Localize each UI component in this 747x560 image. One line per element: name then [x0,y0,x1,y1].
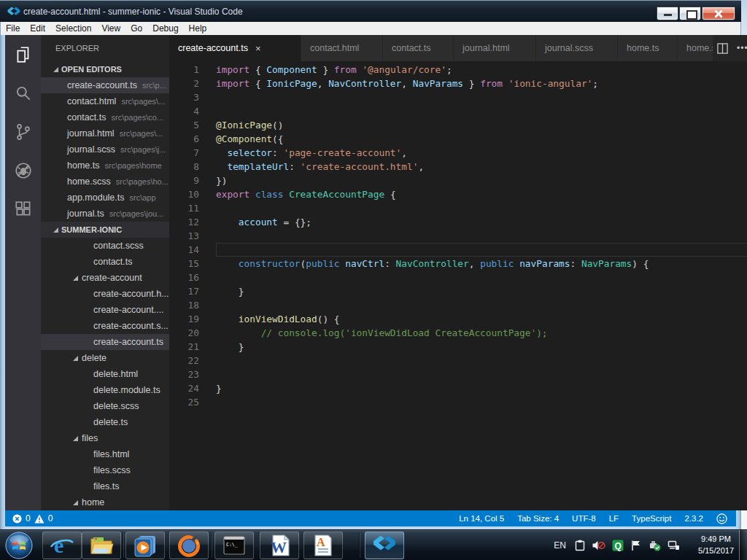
code-line-25: 25 [169,395,747,409]
tree-item-delete-ts[interactable]: delete.ts [41,414,169,430]
status-typescript[interactable]: TypeScript [632,514,671,523]
taskbar-windows-explorer[interactable] [82,532,121,559]
safely-remove-hardware-icon[interactable] [649,540,661,551]
errors-icon[interactable] [12,514,22,524]
warnings-icon[interactable] [34,514,44,524]
tree-item-files-html[interactable]: files.html [41,446,169,462]
tree-item-create-account[interactable]: create-account [41,270,169,286]
code-line-17: 17 } [169,284,747,298]
status-ln-14-col-5[interactable]: Ln 14, Col 5 [459,514,504,523]
tree-item-delete-html[interactable]: delete.html [41,366,169,382]
open-editor-home.ts[interactable]: home.tssrc\pages\home [41,158,169,174]
debug-icon[interactable] [5,151,41,190]
split-editor-icon[interactable] [717,43,728,54]
show-desktop-button[interactable] [739,530,747,560]
tree-item-create-account-ts[interactable]: create-account.ts [41,334,169,350]
extensions-icon[interactable] [5,190,41,228]
menu-file[interactable]: File [1,23,25,34]
menu-view[interactable]: View [96,23,125,34]
tree-item-home[interactable]: home [41,494,169,510]
tree-item-create-account----[interactable]: create-account.... [41,302,169,318]
menu-edit[interactable]: Edit [25,23,50,34]
open-editor-contact.html[interactable]: contact.htmlsrc\pages\... [41,93,169,109]
feedback-smiley-icon[interactable] [716,513,727,524]
tree-item-create-account-s---[interactable]: create-account.s... [41,318,169,334]
title-bar[interactable]: create-account.html - summer-ionic - Vis… [0,0,741,22]
open-editor-contact.ts[interactable]: contact.tssrc\pages\co... [41,109,169,125]
editor-area: create-account.ts×contact.htmlcontact.ts… [169,35,747,510]
close-button[interactable] [702,7,735,20]
explorer-icon[interactable] [5,35,41,74]
taskbar-media-player[interactable] [125,532,165,559]
tree-item-contact-ts[interactable]: contact.ts [41,254,169,270]
open-editor-journal.scss[interactable]: journal.scsssrc\pages\j... [41,141,169,158]
code-line-21: 21 } [169,340,747,354]
code-line-23: 23 [169,368,747,381]
taskbar-wordpad[interactable]: A [303,532,343,559]
vscode-taskbar-icon [373,534,396,557]
tab-journal.scss[interactable]: journal.scss [536,35,618,61]
taskbar-command-prompt[interactable]: C:\_ [214,532,254,559]
source-control-icon[interactable] [5,112,41,151]
taskbar-internet-explorer[interactable]: e [42,532,82,559]
code-line-13: 13 [169,229,747,243]
open-editor-journal.html[interactable]: journal.htmlsrc\pages\... [41,125,169,141]
firefox-icon [177,533,201,558]
network-icon[interactable] [667,540,680,551]
tab-close-icon[interactable]: × [255,43,261,54]
clipboard-icon[interactable] [574,540,586,551]
vscode-logo-icon [7,6,20,19]
tree-item-create-account-h---[interactable]: create-account.h... [41,286,169,302]
tree-item-files-scss[interactable]: files.scss [41,462,169,478]
menu-debug[interactable]: Debug [147,23,183,34]
menu-selection[interactable]: Selection [50,23,96,34]
code-line-22: 22 [169,354,747,368]
taskbar-word[interactable]: W [260,532,299,559]
sidebar-title: EXPLORER [41,35,169,61]
menu-help[interactable]: Help [184,23,212,34]
status-2-3-2[interactable]: 2.3.2 [684,514,703,523]
start-button[interactable] [4,531,34,560]
tab-contact.html[interactable]: contact.html [301,35,383,61]
tab-home.ts[interactable]: home.ts [618,35,678,61]
taskbar-clock[interactable]: 9:49 PM 5/15/2017 [698,533,734,556]
tab-actions: ••• [713,35,747,61]
project-header[interactable]: SUMMER-IONIC [41,222,169,238]
q-app-icon[interactable]: Q [612,540,624,551]
tree-item-files-ts[interactable]: files.ts [41,478,169,494]
volume-muted-icon[interactable] [592,540,605,551]
taskbar-firefox[interactable] [169,532,209,559]
code-line-9: 9}) [169,174,747,187]
language-indicator[interactable]: EN [554,540,566,551]
code-editor[interactable]: 1import { Component } from '@angular/cor… [169,61,747,510]
taskbar-vscode[interactable] [365,532,404,559]
restore-button[interactable] [679,7,701,20]
status-tab-size-4[interactable]: Tab Size: 4 [517,514,559,523]
status-utf-8[interactable]: UTF-8 [572,514,596,523]
tab-create-account.ts[interactable]: create-account.ts× [169,35,301,61]
code-line-10: 10export class CreateAccountPage { [169,187,747,201]
more-actions-icon[interactable]: ••• [737,43,747,53]
tab-journal.html[interactable]: journal.html [454,35,536,61]
search-icon[interactable] [5,74,41,112]
word-icon: W [267,533,292,558]
code-line-12: 12 account = {}; [169,215,747,229]
media-player-icon [133,533,158,558]
code-line-7: 7 selector: 'page-create-account', [169,146,747,160]
open-editor-app.module.ts[interactable]: app.module.tssrc\app [41,190,169,206]
tree-item-delete-module-ts[interactable]: delete.module.ts [41,382,169,398]
tree-item-contact-scss[interactable]: contact.scss [41,238,169,254]
open-editor-create-account.ts[interactable]: create-account.tssrc\p... [41,77,169,93]
svg-text:W: W [271,538,287,556]
action-center-flag-icon[interactable] [630,540,642,551]
open-editor-home.scss[interactable]: home.scsssrc\pages\ho... [41,174,169,190]
minimize-button[interactable] [657,7,678,20]
tree-item-delete[interactable]: delete [41,350,169,366]
open-editors-header[interactable]: OPEN EDITORS [41,61,169,77]
status-lf[interactable]: LF [609,514,619,523]
tree-item-delete-scss[interactable]: delete.scss [41,398,169,414]
menu-go[interactable]: Go [125,23,147,34]
tree-item-files[interactable]: files [41,430,169,446]
open-editor-journal.ts[interactable]: journal.tssrc\pages\jou... [41,206,169,222]
tab-contact.ts[interactable]: contact.ts [383,35,454,61]
